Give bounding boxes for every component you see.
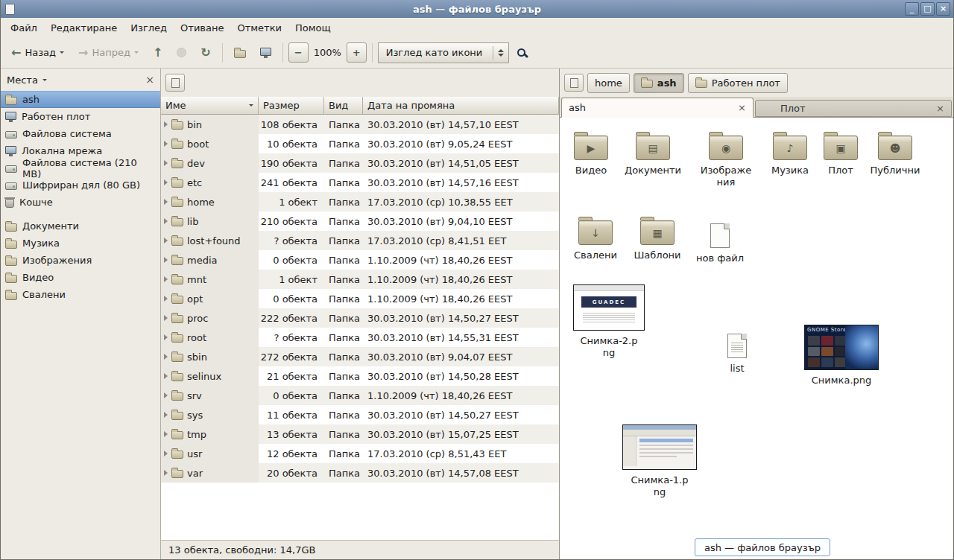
sidebar-item-downloads[interactable]: Свалени	[1, 286, 160, 303]
table-row[interactable]: root? обектаПапка30.03.2010 (вт) 14,55,3…	[161, 328, 559, 347]
sidebar-item-pictures[interactable]: Изображения	[1, 252, 160, 269]
table-row[interactable]: usr12 обектаПапка17.03.2010 (ср) 8,51,43…	[161, 444, 559, 463]
column-header-date[interactable]: Дата на промяна	[363, 97, 559, 115]
expander-icon[interactable]	[164, 218, 168, 224]
expander-icon[interactable]	[164, 141, 168, 147]
expander-icon[interactable]	[164, 238, 168, 244]
sidebar-close-icon[interactable]: ×	[145, 74, 154, 85]
up-button[interactable]: ↑	[147, 43, 168, 63]
zoom-in-button[interactable]: +	[347, 42, 367, 63]
sidebar-item-filesystem[interactable]: Файлова система	[1, 125, 160, 142]
column-header-size[interactable]: Размер	[259, 97, 324, 115]
table-row[interactable]: proc222 обектаПапка30.03.2010 (вт) 14,50…	[161, 308, 559, 328]
icon-item-snimka2[interactable]: GUADEC Снимка-2.png	[573, 279, 645, 358]
menu-edit[interactable]: Редактиране	[44, 19, 124, 36]
sidebar-item-encrypted-volume[interactable]: Шифриран дял (80 GB)	[1, 176, 160, 194]
sidebar-item-music[interactable]: Музика	[1, 235, 160, 252]
expander-icon[interactable]	[164, 431, 168, 437]
table-row[interactable]: boot10 обектаПапка30.03.2010 (вт) 9,05,2…	[161, 134, 559, 153]
expander-icon[interactable]	[164, 412, 168, 418]
back-button[interactable]: ← Назад	[5, 42, 70, 63]
close-button[interactable]: ×	[936, 2, 950, 16]
file-date: 1.10.2009 (чт) 18,40,26 EEST	[363, 289, 559, 308]
expander-icon[interactable]	[164, 315, 168, 321]
tab-desktop[interactable]: Плот ×	[755, 100, 952, 117]
column-header-type[interactable]: Вид	[324, 97, 363, 115]
tab-ash[interactable]: ash ×	[561, 98, 754, 118]
table-row[interactable]: selinux21 обектаПапка30.03.2010 (вт) 14,…	[161, 366, 559, 386]
expander-icon[interactable]	[164, 179, 168, 185]
stop-button[interactable]	[171, 43, 192, 62]
expander-icon[interactable]	[164, 160, 168, 166]
column-header-name[interactable]: Име	[161, 97, 259, 115]
table-row[interactable]: mnt1 обектПапка1.10.2009 (чт) 18,40,26 E…	[161, 270, 559, 289]
reload-button[interactable]: ↻	[195, 43, 216, 63]
breadcrumb-desktop[interactable]: Работен плот	[688, 73, 788, 93]
expander-icon[interactable]	[164, 354, 168, 360]
table-row[interactable]: lost+found? обектаПапка17.03.2010 (ср) 8…	[161, 231, 559, 250]
tab-close-icon[interactable]: ×	[738, 103, 746, 112]
table-row[interactable]: opt0 обектаПапка1.10.2009 (чт) 18,40,26 …	[161, 289, 559, 308]
computer-button[interactable]	[254, 43, 277, 63]
menu-bookmarks[interactable]: Отметки	[230, 19, 288, 36]
table-row[interactable]: media0 обектаПапка1.10.2009 (чт) 18,40,2…	[161, 250, 559, 270]
table-row[interactable]: tmp13 обектаПапка30.03.2010 (вт) 15,07,2…	[161, 424, 559, 444]
table-row[interactable]: srv0 обектаПапка1.10.2009 (чт) 18,40,26 …	[161, 386, 559, 405]
forward-button[interactable]: → Напред	[72, 42, 145, 63]
sidebar-item-trash[interactable]: Кошче	[1, 194, 160, 211]
menu-help[interactable]: Помощ	[288, 19, 338, 36]
table-row[interactable]: var20 обектаПапка30.03.2010 (вт) 14,57,0…	[161, 463, 559, 483]
zoom-out-button[interactable]: −	[288, 42, 309, 63]
breadcrumb-home[interactable]: home	[587, 73, 630, 93]
menu-view[interactable]: Изглед	[124, 19, 174, 36]
icon-item-desktop-folder[interactable]: ▣ Плот	[812, 130, 869, 176]
tab-close-icon[interactable]: ×	[936, 104, 944, 113]
sidebar-item-video[interactable]: Видео	[1, 269, 160, 286]
icon-item-snimka1[interactable]: Снимка-1.png	[622, 419, 697, 497]
expander-icon[interactable]	[164, 121, 168, 127]
expander-icon[interactable]	[164, 373, 168, 379]
breadcrumb-ash[interactable]: ash	[634, 73, 684, 93]
sidebar-item-documents[interactable]: Документи	[1, 217, 160, 235]
expander-icon[interactable]	[164, 276, 168, 282]
pane-tab-button[interactable]	[165, 74, 185, 92]
view-mode-dropdown[interactable]: Изглед като икони	[378, 42, 509, 63]
expander-icon[interactable]	[164, 296, 168, 302]
icon-item-public[interactable]: ☻ Публични	[867, 130, 923, 176]
expander-icon[interactable]	[164, 392, 168, 398]
table-row[interactable]: lib210 обектаПапка30.03.2010 (вт) 9,04,1…	[161, 211, 559, 231]
sidebar-item-ash[interactable]: ash	[1, 91, 160, 108]
expander-icon[interactable]	[164, 257, 168, 263]
table-row[interactable]: etc241 обектаПапка30.03.2010 (вт) 14,57,…	[161, 173, 559, 192]
home-button[interactable]	[228, 43, 252, 63]
search-button[interactable]	[511, 44, 534, 61]
icon-item-documents[interactable]: ▤ Документи	[625, 130, 681, 176]
menu-file[interactable]: Файл	[4, 19, 44, 36]
icon-item-snimka[interactable]: GNOME Store Снимка.png	[804, 319, 879, 386]
icon-item-video[interactable]: ▶ Видео	[563, 130, 619, 176]
icon-item-music[interactable]: ♪ Музика	[762, 130, 818, 176]
sidebar-item-desktop[interactable]: Работен плот	[1, 108, 160, 125]
pane-tab-button[interactable]	[564, 74, 584, 92]
minimize-button[interactable]: _	[905, 2, 919, 16]
icon-item-downloads[interactable]: ↓ Свалени	[567, 214, 624, 261]
table-row[interactable]: bin108 обектаПапка30.03.2010 (вт) 14,57,…	[161, 115, 559, 134]
table-row[interactable]: sys11 обектаПапка30.03.2010 (вт) 14,50,2…	[161, 405, 559, 424]
expander-icon[interactable]	[164, 199, 168, 205]
icon-item-list-file[interactable]: list	[709, 328, 765, 375]
icon-item-new-file[interactable]: нов файл	[692, 217, 748, 264]
table-row[interactable]: dev190 обектаПапка30.03.2010 (вт) 14,51,…	[161, 153, 559, 173]
expander-icon[interactable]	[164, 451, 168, 456]
expander-icon[interactable]	[164, 470, 168, 476]
table-row[interactable]: sbin272 обектаПапка30.03.2010 (вт) 9,04,…	[161, 347, 559, 366]
back-history-chevron-icon[interactable]	[60, 51, 64, 54]
sidebar-title[interactable]: Места	[7, 74, 38, 86]
sidebar-item-filesystem-210mb[interactable]: Файлова система (210 MB)	[1, 159, 160, 176]
menu-go[interactable]: Отиване	[174, 19, 230, 36]
expander-icon[interactable]	[164, 334, 168, 340]
icon-item-pictures[interactable]: ◉ Изображения	[698, 130, 754, 188]
icon-item-templates[interactable]: ▦ Шаблони	[629, 214, 686, 261]
table-row[interactable]: home1 обектПапка17.03.2010 (ср) 10,38,55…	[161, 192, 559, 211]
sidebar-selector-chevron-icon[interactable]	[42, 79, 47, 81]
maximize-button[interactable]: □	[920, 2, 935, 16]
